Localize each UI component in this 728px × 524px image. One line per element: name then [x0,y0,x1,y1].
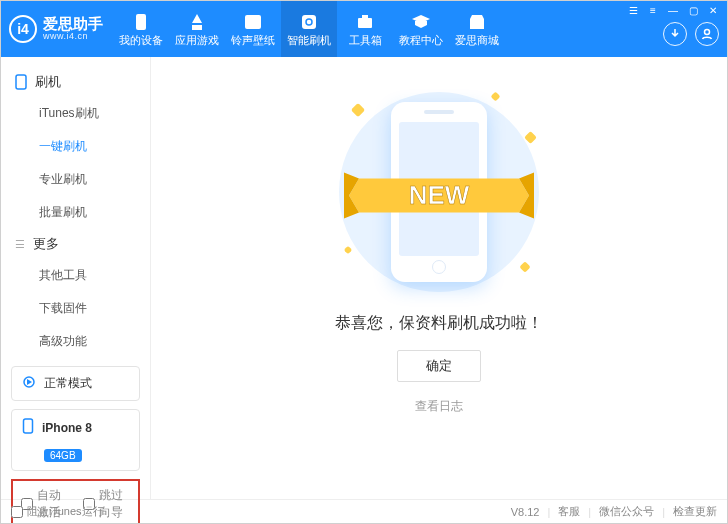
app-name: 爱思助手 [43,16,103,33]
svg-rect-1 [245,15,261,29]
new-ribbon: NEW [344,161,534,231]
sidebar-item-batch-flash[interactable]: 批量刷机 [1,196,150,229]
svg-point-6 [705,30,710,35]
sidebar-item-onekey-flash[interactable]: 一键刷机 [1,130,150,163]
graduation-icon [411,11,431,33]
main-content: NEW 恭喜您，保资料刷机成功啦！ 确定 查看日志 [151,57,727,499]
view-log-link[interactable]: 查看日志 [415,398,463,415]
device-name: iPhone 8 [42,421,92,435]
top-nav: 我的设备 应用游戏 铃声壁纸 智能刷机 工具箱 教程中心 爱思商城 [113,1,505,57]
menu-icon: ☰ [15,238,25,251]
support-link[interactable]: 客服 [558,504,580,519]
svg-rect-9 [24,419,33,433]
nav-label: 智能刷机 [287,33,331,48]
sidebar-item-itunes-flash[interactable]: iTunes刷机 [1,97,150,130]
check-update-link[interactable]: 检查更新 [673,504,717,519]
user-icon[interactable] [695,22,719,46]
success-message: 恭喜您，保资料刷机成功啦！ [335,313,543,334]
skin-icon[interactable]: ☰ [627,5,639,16]
nav-toolbox[interactable]: 工具箱 [337,1,393,57]
svg-rect-3 [358,18,372,28]
app-logo: i4 爱思助手 www.i4.cn [9,15,113,43]
phone-icon [133,11,149,33]
phone-small-icon [22,418,34,437]
sidebar: 刷机 iTunes刷机 一键刷机 专业刷机 批量刷机 ☰ 更多 其他工具 下载固… [1,57,151,499]
block-itunes-checkbox[interactable]: 阻止iTunes运行 [11,504,104,519]
sidebar-item-pro-flash[interactable]: 专业刷机 [1,163,150,196]
nav-apps[interactable]: 应用游戏 [169,1,225,57]
nav-label: 爱思商城 [455,33,499,48]
nav-smart-flash[interactable]: 智能刷机 [281,1,337,57]
storage-badge: 64GB [44,449,82,462]
svg-rect-7 [16,75,26,89]
svg-rect-2 [302,15,316,29]
sidebar-group-flash[interactable]: 刷机 [1,67,150,97]
download-icon[interactable] [663,22,687,46]
svg-text:NEW: NEW [409,180,470,210]
nav-store[interactable]: 爱思商城 [449,1,505,57]
sidebar-item-other-tools[interactable]: 其他工具 [1,259,150,292]
device-icon [15,74,27,90]
mode-label: 正常模式 [44,375,92,392]
nav-label: 应用游戏 [175,33,219,48]
device-card[interactable]: iPhone 8 64GB [11,409,140,471]
apps-icon [188,11,206,33]
mode-card[interactable]: 正常模式 [11,366,140,401]
wechat-link[interactable]: 微信公众号 [599,504,654,519]
group-title: 刷机 [35,73,61,91]
sidebar-group-more[interactable]: ☰ 更多 [1,229,150,259]
app-header: i4 爱思助手 www.i4.cn 我的设备 应用游戏 铃声壁纸 智能刷机 工具… [1,1,727,57]
nav-ringtones[interactable]: 铃声壁纸 [225,1,281,57]
sidebar-item-advanced[interactable]: 高级功能 [1,325,150,358]
svg-rect-4 [362,15,368,18]
success-illustration: NEW [319,87,559,297]
nav-label: 工具箱 [349,33,382,48]
group-title: 更多 [33,235,59,253]
nav-label: 铃声壁纸 [231,33,275,48]
minimize-icon[interactable]: — [667,5,679,16]
close-icon[interactable]: ✕ [707,5,719,16]
refresh-icon [300,11,318,33]
store-icon [468,11,486,33]
nav-tutorials[interactable]: 教程中心 [393,1,449,57]
briefcase-icon [356,11,374,33]
maximize-icon[interactable]: ▢ [687,5,699,16]
svg-rect-0 [136,14,146,30]
nav-label: 教程中心 [399,33,443,48]
image-icon [244,11,262,33]
sidebar-item-download-firmware[interactable]: 下载固件 [1,292,150,325]
ok-button[interactable]: 确定 [397,350,481,382]
settings-icon[interactable]: ≡ [647,5,659,16]
nav-label: 我的设备 [119,33,163,48]
app-url: www.i4.cn [43,32,103,42]
nav-my-device[interactable]: 我的设备 [113,1,169,57]
version-label: V8.12 [511,506,540,518]
mode-icon [22,375,36,392]
checkbox-label: 阻止iTunes运行 [27,504,104,519]
window-controls: ☰ ≡ — ▢ ✕ [627,1,719,16]
svg-rect-5 [470,19,484,29]
logo-badge: i4 [9,15,37,43]
